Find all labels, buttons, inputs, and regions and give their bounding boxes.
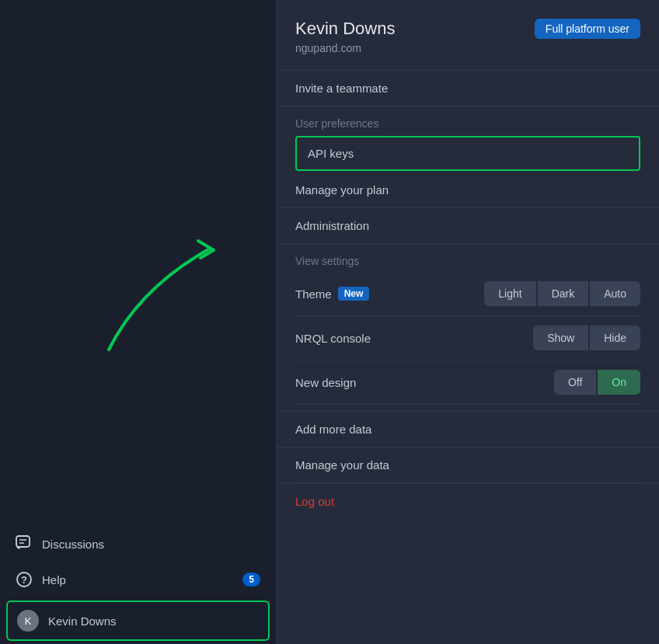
user-info: Kevin Downs ngupand.com xyxy=(295,19,395,54)
nrql-hide-button[interactable]: Hide xyxy=(590,325,640,350)
user-header: Kevin Downs ngupand.com Full platform us… xyxy=(277,0,659,71)
new-design-on-button[interactable]: On xyxy=(598,370,640,395)
active-user-item[interactable]: K Kevin Downs xyxy=(6,600,270,641)
new-design-label: New design xyxy=(295,376,356,389)
user-email: ngupand.com xyxy=(295,42,395,54)
administration-label: Administration xyxy=(295,219,369,232)
new-design-row: New design Off On xyxy=(295,360,640,405)
svg-text:?: ? xyxy=(21,574,27,586)
nrql-show-button[interactable]: Show xyxy=(533,325,588,350)
help-badge: 5 xyxy=(242,573,260,587)
manage-plan-item[interactable]: Manage your plan xyxy=(277,172,659,208)
theme-label: Theme New xyxy=(295,287,369,301)
theme-light-button[interactable]: Light xyxy=(484,281,535,306)
theme-new-badge: New xyxy=(338,287,370,301)
nrql-console-row: NRQL console Show Hide xyxy=(295,316,640,360)
user-name: Kevin Downs xyxy=(295,19,395,39)
sidebar-bottom: Discussions ? Help 5 K Kevin Downs xyxy=(0,526,276,644)
theme-button-group: Light Dark Auto xyxy=(484,281,640,306)
sidebar: Discussions ? Help 5 K Kevin Downs xyxy=(0,0,276,644)
theme-row: Theme New Light Dark Auto xyxy=(295,272,640,316)
api-keys-label: API keys xyxy=(308,147,354,160)
new-design-button-group: Off On xyxy=(554,370,640,395)
discussions-label: Discussions xyxy=(42,538,104,551)
avatar: K xyxy=(17,610,39,632)
dropdown-panel: Kevin Downs ngupand.com Full platform us… xyxy=(276,0,659,644)
logout-label: Log out xyxy=(295,495,334,508)
svg-rect-0 xyxy=(16,536,30,547)
add-data-item[interactable]: Add more data xyxy=(277,411,659,447)
view-settings-section-label: View settings xyxy=(277,244,659,272)
discussions-icon xyxy=(16,535,33,552)
view-settings-section: Theme New Light Dark Auto NRQL console S… xyxy=(277,272,659,405)
manage-data-item[interactable]: Manage your data xyxy=(277,447,659,483)
invite-teammate-item[interactable]: Invite a teammate xyxy=(277,71,659,106)
add-data-label: Add more data xyxy=(295,423,371,436)
manage-plan-label: Manage your plan xyxy=(295,183,389,197)
api-keys-item[interactable]: API keys xyxy=(295,136,640,171)
new-design-off-button[interactable]: Off xyxy=(554,370,596,395)
invite-teammate-label: Invite a teammate xyxy=(295,82,388,95)
user-preferences-label: User preferences xyxy=(277,106,659,134)
logout-item[interactable]: Log out xyxy=(277,484,659,519)
sidebar-item-discussions[interactable]: Discussions xyxy=(0,526,276,562)
administration-item[interactable]: Administration xyxy=(277,208,659,244)
sidebar-item-help[interactable]: ? Help 5 xyxy=(0,562,276,597)
theme-auto-button[interactable]: Auto xyxy=(590,281,640,306)
user-role-badge: Full platform user xyxy=(535,19,640,39)
theme-dark-button[interactable]: Dark xyxy=(538,281,589,306)
manage-data-label: Manage your data xyxy=(295,458,389,472)
active-user-name: Kevin Downs xyxy=(48,614,117,628)
help-label: Help xyxy=(42,573,66,587)
nrql-button-group: Show Hide xyxy=(533,325,640,350)
nrql-console-label: NRQL console xyxy=(295,332,371,345)
help-icon: ? xyxy=(16,571,33,588)
